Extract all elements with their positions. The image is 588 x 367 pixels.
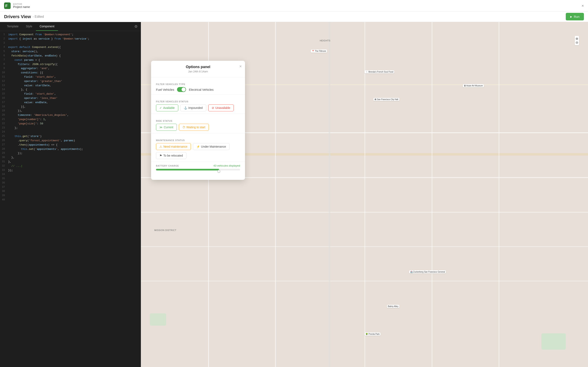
line-number: 16 bbox=[2, 96, 8, 100]
run-label: Run bbox=[574, 15, 579, 18]
line-content: }), bbox=[8, 109, 22, 113]
line-number: 13 bbox=[2, 83, 8, 87]
line-content: timezone: 'America/Los_Angeles', bbox=[8, 113, 69, 117]
battery-header: BATTERY CHARGE 43 vehicules displayed bbox=[156, 164, 240, 167]
panel-close-button[interactable]: × bbox=[239, 64, 242, 69]
options-panel: Options panel Jan 24th 8:14am × FILTER V… bbox=[151, 61, 245, 180]
code-line-38: 38 bbox=[0, 189, 141, 194]
code-line-10: 10 conditions: [{ bbox=[0, 71, 141, 75]
line-number: 8 bbox=[2, 62, 8, 66]
code-line-23: 23 }; bbox=[0, 126, 141, 130]
ride-waiting-btn[interactable]: ⏱ Waiting to start bbox=[179, 124, 209, 131]
map-label-heights: HEIGHTS bbox=[320, 39, 330, 42]
line-number: 14 bbox=[2, 88, 8, 92]
tab-template[interactable]: Template bbox=[3, 22, 22, 31]
line-content: }, bbox=[8, 156, 15, 160]
maint-need-label: Need maintenance bbox=[163, 145, 187, 148]
view-name: Drivers View bbox=[4, 14, 31, 19]
code-line-28: 28 this.set('appointments', appointments… bbox=[0, 147, 141, 151]
line-content: field: 'start_date', bbox=[8, 75, 56, 79]
code-line-20: 20 timezone: 'America/Los_Angeles', bbox=[0, 113, 141, 117]
code-line-11: 11 field: 'start_date', bbox=[0, 75, 141, 79]
code-line-19: 19 }), bbox=[0, 109, 141, 113]
maint-relocate-label: To be relocated bbox=[163, 154, 183, 157]
divider-2 bbox=[151, 94, 245, 95]
ride-filter-buttons: ≫ Current ⏱ Waiting to start bbox=[156, 124, 240, 131]
panel-title: Options panel bbox=[155, 65, 241, 69]
line-number: 18 bbox=[2, 105, 8, 109]
maint-need-btn[interactable]: ⚠ Need maintenance bbox=[156, 143, 191, 150]
poi-fillmore: 📍 The Fillmore bbox=[311, 50, 327, 53]
poi-city-hall: 🏛 San Francisco City Hall bbox=[373, 98, 399, 101]
view-title: Drivers View - Edited bbox=[4, 14, 44, 19]
code-line-14: 14 }, { bbox=[0, 88, 141, 92]
line-number: 31 bbox=[2, 160, 8, 164]
line-number: 21 bbox=[2, 117, 8, 121]
line-number: 30 bbox=[2, 156, 8, 159]
map-control[interactable]: ⊕ ⊖ bbox=[575, 36, 579, 45]
code-line-1: 1import Component from '@ember/component… bbox=[0, 33, 141, 37]
battery-fill bbox=[156, 169, 219, 170]
project-name: Project name bbox=[13, 5, 30, 8]
code-line-8: 8 filters: JSON.stringify({ bbox=[0, 62, 141, 67]
code-line-26: 26 .query('forest_appointment', params) bbox=[0, 139, 141, 143]
battery-count: 43 vehicules displayed bbox=[213, 164, 240, 167]
poi-brendas: 🍴 Brenda's French Soul Food bbox=[364, 70, 394, 73]
tab-style[interactable]: Style bbox=[22, 22, 36, 31]
run-button[interactable]: ▶ Run bbox=[566, 13, 584, 20]
fuel-vehicles-toggle[interactable] bbox=[177, 87, 186, 92]
clock-icon: ⏱ bbox=[182, 125, 185, 129]
status-impounded-btn[interactable]: ⚓ Impounded bbox=[180, 104, 206, 111]
poi-balmy: Balmy Alley bbox=[387, 305, 399, 308]
filter-vehicles-status-label: FILTER VEHICLES STATUS bbox=[151, 97, 245, 104]
line-number: 7 bbox=[2, 58, 8, 62]
tabs: Template Style Component bbox=[3, 22, 58, 31]
line-content: // ...| bbox=[8, 164, 22, 168]
toggle-row: Fuel Vehicles Electrical Vehicles bbox=[156, 87, 240, 92]
tab-component[interactable]: Component bbox=[36, 22, 58, 31]
code-line-32: 32 // ...| bbox=[0, 164, 141, 168]
line-content: value: endDate, bbox=[8, 100, 48, 105]
code-line-27: 27 .then((appointments) => { bbox=[0, 143, 141, 147]
line-number: 15 bbox=[2, 92, 8, 96]
maintenance-filter-buttons-2: ⚑ To be relocated bbox=[156, 152, 240, 159]
code-editor[interactable]: 1import Component from '@ember/component… bbox=[0, 31, 141, 367]
code-line-36: 36 bbox=[0, 181, 141, 185]
ride-status-label: RIDE STATUS bbox=[151, 117, 245, 124]
line-number: 40 bbox=[2, 198, 8, 202]
maint-under-btn[interactable]: ⚡ Under Maintenance bbox=[193, 143, 229, 150]
maint-relocate-btn[interactable]: ⚑ To be relocated bbox=[156, 152, 186, 159]
line-number: 38 bbox=[2, 189, 8, 193]
line-content: this.get('store') bbox=[8, 134, 42, 139]
top-bar: F EDITOR Project name × bbox=[0, 0, 588, 11]
code-line-24: 24 bbox=[0, 130, 141, 134]
status-unavailable-btn[interactable]: ⊘ Unavailable bbox=[208, 104, 234, 111]
editor-info: EDITOR Project name bbox=[13, 3, 30, 8]
filter-icon[interactable]: ⚙ bbox=[134, 24, 138, 29]
code-line-33: 33}); bbox=[0, 168, 141, 173]
close-button[interactable]: × bbox=[581, 4, 584, 8]
line-number: 4 bbox=[2, 45, 8, 49]
poi-asian-art: 🏛 Asian Art Museum bbox=[463, 84, 484, 87]
status-unavailable-label: Unavailable bbox=[215, 106, 230, 109]
status-available-label: Available bbox=[163, 106, 175, 109]
line-content: field: 'start_date', bbox=[8, 92, 56, 96]
map-panel: ANZA VISTA HEIGHTS MISSION DISTRICT 📍 Th… bbox=[141, 22, 588, 367]
line-content bbox=[8, 185, 10, 190]
line-content: conditions: [{ bbox=[8, 71, 43, 75]
line-content bbox=[8, 41, 10, 45]
line-content bbox=[8, 177, 10, 181]
line-number: 5 bbox=[2, 50, 8, 53]
second-bar: Drivers View - Edited ▶ Run bbox=[0, 11, 588, 22]
line-number: 10 bbox=[2, 71, 8, 75]
code-line-29: 29 }); bbox=[0, 151, 141, 156]
code-line-5: 5 store: service(), bbox=[0, 50, 141, 54]
battery-thumb[interactable] bbox=[217, 170, 220, 173]
line-number: 19 bbox=[2, 109, 8, 113]
line-number: 9 bbox=[2, 67, 8, 70]
ride-current-btn[interactable]: ≫ Current bbox=[156, 124, 177, 131]
status-available-btn[interactable]: ✓ Available bbox=[156, 104, 178, 111]
battery-track[interactable] bbox=[156, 169, 240, 170]
code-line-21: 21 'page[number]': 1, bbox=[0, 117, 141, 122]
line-content: import { inject as service } from '@embe… bbox=[8, 37, 89, 41]
